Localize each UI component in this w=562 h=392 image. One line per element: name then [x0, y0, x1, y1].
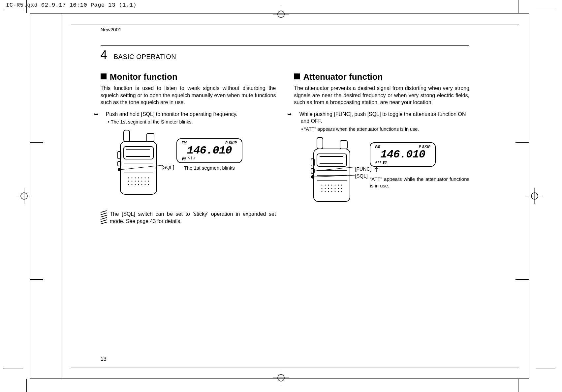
- svg-point-24: [138, 178, 139, 179]
- trim-tick: [30, 279, 43, 280]
- svg-point-70: [341, 184, 342, 185]
- chapter-rule: [101, 45, 469, 46]
- svg-point-78: [322, 191, 323, 192]
- lcd-frequency: 146.010: [187, 145, 232, 156]
- callout-label-sql: [SQL]: [355, 173, 414, 179]
- svg-rect-13: [124, 147, 153, 159]
- lcd-att-indicator: ATT: [375, 160, 381, 164]
- radio-illustration: [SQL]: [110, 128, 170, 205]
- svg-point-38: [138, 184, 139, 185]
- arrow-icon: ➥: [101, 111, 106, 118]
- svg-point-40: [144, 184, 145, 185]
- lcd-display: FM P SKIP 146.010 ▮▯: [176, 138, 242, 163]
- chapter-heading: 4 BASIC OPERATION: [101, 48, 469, 62]
- svg-point-29: [131, 181, 132, 182]
- svg-line-52: [101, 217, 107, 219]
- svg-point-39: [141, 184, 142, 185]
- svg-point-72: [325, 188, 326, 189]
- svg-point-83: [338, 191, 339, 192]
- section-bullet-icon: [101, 73, 107, 79]
- section-heading-text: Monitor function: [110, 72, 177, 82]
- svg-point-30: [135, 181, 136, 182]
- svg-point-28: [128, 181, 129, 182]
- svg-line-45: [120, 165, 162, 170]
- svg-rect-56: [317, 154, 347, 166]
- svg-rect-16: [124, 130, 130, 142]
- svg-point-82: [335, 191, 336, 192]
- blink-icon: [187, 156, 197, 160]
- svg-point-66: [328, 184, 329, 185]
- section-heading-text: Attenuator function: [303, 72, 383, 82]
- svg-rect-60: [340, 141, 347, 149]
- lcd-smeter: ▮▯: [383, 160, 387, 164]
- note-text: The [SQL] switch can be set to ‘sticky’ …: [110, 210, 276, 225]
- svg-rect-17: [147, 133, 154, 142]
- column-left: Monitor function This function is used t…: [101, 72, 276, 225]
- svg-point-63: [311, 176, 314, 178]
- svg-point-32: [141, 181, 142, 182]
- svg-point-64: [322, 184, 323, 185]
- page-number: 13: [101, 356, 107, 362]
- callout-label-func: [FUNC]: [355, 166, 414, 172]
- svg-point-81: [331, 191, 332, 192]
- svg-point-41: [148, 184, 149, 185]
- lcd-display: FM P SKIP 146.010 ATT ▮▯: [370, 142, 436, 167]
- svg-point-67: [331, 184, 332, 185]
- svg-point-84: [341, 191, 342, 192]
- fold-line: [61, 14, 61, 378]
- substep-text: • The 1st segment of the S-meter blinks.: [101, 119, 276, 125]
- radio-illustration: [FUNC] [SQL]: [304, 136, 363, 217]
- figure-monitor: [SQL] FM P SKIP 146.010 ▮▯: [110, 128, 276, 205]
- crop-mark: [26, 0, 40, 13]
- lcd-fm-indicator: FM: [182, 141, 187, 145]
- svg-point-33: [144, 181, 145, 182]
- trim-tick: [515, 142, 529, 143]
- svg-line-51: [101, 215, 107, 217]
- crop-mark: [3, 10, 23, 23]
- margin-line: [71, 24, 519, 24]
- intro-text: The attenuator prevents a desired signal…: [294, 85, 469, 106]
- trim-tick: [30, 142, 43, 143]
- svg-point-34: [148, 181, 149, 182]
- svg-point-22: [131, 178, 132, 179]
- svg-point-37: [135, 184, 136, 185]
- lcd-smeter: ▮▯: [182, 157, 186, 160]
- chapter-title: BASIC OPERATION: [114, 53, 176, 61]
- svg-point-73: [328, 188, 329, 189]
- svg-point-75: [335, 188, 336, 189]
- lcd-fm-indicator: FM: [375, 145, 380, 149]
- crop-mark: [3, 369, 23, 382]
- svg-point-65: [325, 184, 326, 185]
- note: The [SQL] switch can be set to ‘sticky’ …: [101, 210, 276, 225]
- substep-text: • “ATT” appears when the attenuator func…: [294, 126, 469, 132]
- figure-attenuator: [FUNC] [SQL] FM P SKIP 146.010 ATT: [304, 136, 469, 217]
- svg-line-46: [188, 157, 190, 159]
- page-frame: New2001 4 BASIC OPERATION Monitor functi…: [30, 13, 529, 379]
- svg-line-50: [101, 213, 107, 215]
- crop-mark: [26, 379, 40, 392]
- svg-point-80: [328, 191, 329, 192]
- svg-point-69: [338, 184, 339, 185]
- svg-rect-59: [317, 137, 323, 149]
- crop-mark: [536, 369, 555, 382]
- svg-point-68: [335, 184, 336, 185]
- intro-text: This function is used to listen to weak …: [101, 85, 276, 106]
- note-hatch-icon: [101, 210, 107, 224]
- svg-point-77: [341, 188, 342, 189]
- step-text: ➥Push and hold [SQL] to monitor the oper…: [101, 111, 276, 118]
- column-right: Attenuator function The attenuator preve…: [294, 72, 469, 225]
- svg-point-35: [128, 184, 129, 185]
- svg-point-20: [118, 168, 121, 171]
- svg-point-36: [131, 184, 132, 185]
- svg-point-31: [138, 181, 139, 182]
- trim-tick: [515, 279, 529, 280]
- step-text: ➥While pushing [FUNC], push [SQL] to tog…: [294, 111, 469, 125]
- svg-point-25: [141, 178, 142, 179]
- margin-line: [71, 368, 519, 368]
- chapter-number: 4: [101, 48, 107, 62]
- lcd-frequency: 146.010: [380, 149, 425, 160]
- svg-line-53: [101, 220, 107, 222]
- svg-point-76: [338, 188, 339, 189]
- svg-point-79: [325, 191, 326, 192]
- svg-point-27: [148, 178, 149, 179]
